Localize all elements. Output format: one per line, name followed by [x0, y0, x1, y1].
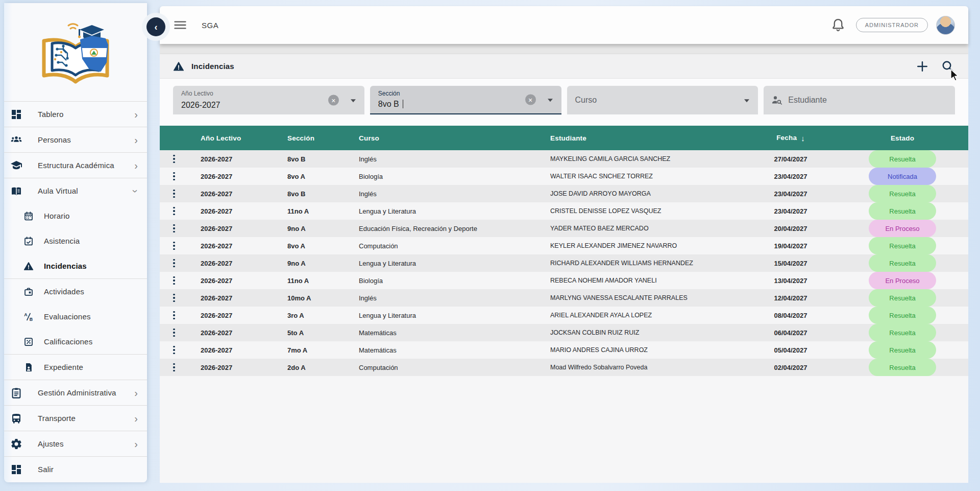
clear-seccion-button[interactable]: × [525, 95, 536, 105]
role-badge[interactable]: ADMINISTRADOR [856, 18, 928, 32]
filter-seccion-label: Sección [378, 90, 400, 97]
table-row: 2026-2027 9no A Educación Física, Recrea… [160, 220, 968, 237]
row-menu-button[interactable] [170, 309, 178, 322]
filter-estudiante[interactable]: Estudiante [764, 86, 955, 114]
filter-anio-label: Año Lectivo [181, 90, 213, 97]
sidebar-item-salir[interactable]: Salir [4, 457, 147, 482]
row-menu-button[interactable] [170, 188, 178, 200]
cell-curso: Biología [347, 277, 538, 285]
clipboard-icon [10, 387, 22, 399]
warning-icon [173, 61, 184, 72]
cell-fecha: 15/04/2027 [745, 260, 837, 267]
sidebar-item-personas[interactable]: Personas › [4, 127, 147, 152]
row-menu-button[interactable] [170, 205, 178, 218]
row-menu-button[interactable] [170, 257, 178, 270]
sidebar-item-estructura-academica[interactable]: Estructura Académica › [4, 153, 147, 178]
row-menu-button[interactable] [170, 361, 178, 374]
cell-anio-lectivo: 2026-2027 [188, 346, 275, 354]
menu-toggle-button[interactable] [173, 18, 187, 32]
sidebar-item-evaluaciones[interactable]: AB Evaluaciones [4, 304, 147, 329]
filter-estudiante-placeholder: Estudiante [788, 96, 827, 105]
filter-anio-lectivo[interactable]: Año Lectivo 2026-2027 × [173, 86, 364, 114]
sidebar-item-tablero[interactable]: Tablero › [4, 102, 147, 127]
table-row: 2026-2027 8vo A Computación KEYLER ALEXA… [160, 237, 968, 254]
kebab-menu-icon [173, 311, 175, 313]
sidebar-item-transporte[interactable]: Transporte › [4, 406, 147, 431]
sidebar-item-asistencia[interactable]: Asistencia [4, 228, 147, 253]
grading-icon: AB [23, 312, 34, 322]
row-menu-button[interactable] [170, 222, 178, 235]
row-menu-button[interactable] [170, 153, 178, 166]
filter-seccion-value: 8vo B [378, 100, 399, 108]
add-incident-button[interactable] [915, 59, 929, 74]
clear-anio-button[interactable]: × [328, 95, 339, 106]
kebab-menu-icon [173, 363, 175, 365]
book-icon [10, 185, 22, 197]
dropdown-caret-icon [548, 99, 553, 102]
col-header-seccion[interactable]: Sección [275, 134, 347, 142]
sidebar-item-calificaciones[interactable]: Calificaciones [4, 329, 147, 354]
sidebar-item-gestion-administrativa[interactable]: Gestión Administrativa › [4, 380, 147, 405]
cell-seccion: 8vo A [275, 173, 347, 180]
cell-anio-lectivo: 2026-2027 [188, 312, 275, 319]
col-header-anio-lectivo[interactable]: Año Lectivo [188, 134, 275, 142]
notifications-button[interactable] [830, 17, 846, 33]
status-badge: Resuelta [869, 359, 936, 376]
sidebar-item-aula-virtual[interactable]: Aula Virtual › [4, 178, 147, 203]
person-search-icon [771, 94, 783, 106]
col-header-estado[interactable]: Estado [837, 134, 968, 142]
row-menu-button[interactable] [170, 170, 178, 183]
sidebar-item-actividades[interactable]: Actividades [4, 279, 147, 304]
status-badge: En Proceso [869, 220, 936, 237]
chevron-right-icon: › [134, 413, 138, 424]
row-menu-button[interactable] [170, 292, 178, 305]
cell-curso: Inglés [347, 155, 538, 163]
row-menu-button[interactable] [170, 240, 178, 252]
sidebar-item-horario[interactable]: Horario [4, 203, 147, 228]
sort-desc-icon: ↓ [801, 134, 805, 143]
panel-header: Incidencias [160, 54, 968, 79]
table-row: 2026-2027 8vo A Biología WALTER ISAAC SN… [160, 168, 968, 185]
cell-fecha: 20/04/2027 [745, 225, 837, 232]
row-menu-button[interactable] [170, 274, 178, 287]
sidebar-item-ajustes[interactable]: Ajustes › [4, 431, 147, 456]
row-menu-button[interactable] [170, 344, 178, 357]
row-menu-button[interactable] [170, 326, 178, 339]
col-header-fecha[interactable]: Fecha ↓ [745, 134, 837, 143]
user-avatar[interactable] [936, 16, 955, 35]
col-header-estudiante[interactable]: Estudiante [538, 134, 745, 142]
filter-seccion[interactable]: Sección 8vo B × [370, 86, 561, 114]
cell-estudiante: MARLYNG VANESSA ESCALANTE PARRALES [538, 294, 745, 301]
sidebar-collapse-button[interactable]: ‹ [146, 17, 165, 36]
filter-curso[interactable]: Curso [567, 86, 758, 114]
cell-fecha: 23/04/2027 [745, 190, 837, 198]
cell-anio-lectivo: 2026-2027 [188, 173, 275, 180]
kebab-menu-icon [173, 172, 175, 174]
kebab-menu-icon [173, 259, 175, 261]
status-badge: Resuelta [869, 237, 936, 254]
app-logo [4, 3, 147, 101]
cell-curso: Computación [347, 364, 538, 371]
status-badge: En Proceso [869, 272, 936, 289]
cell-fecha: 02/04/2027 [745, 364, 837, 371]
sidebar-item-incidencias[interactable]: Incidencias [4, 253, 147, 278]
table-row: 2026-2027 11no A Lengua y Literatura CRI… [160, 202, 968, 220]
cell-estudiante: RICHARD ALEXANDER WILLIAMS HERNANDEZ [538, 260, 745, 267]
cell-curso: Biología [347, 173, 538, 180]
status-badge: Resuelta [869, 202, 936, 220]
document-person-icon [23, 362, 34, 372]
status-badge: Resuelta [869, 324, 936, 341]
status-badge: Resuelta [869, 289, 936, 307]
sidebar-item-expediente[interactable]: Expediente [4, 355, 147, 380]
status-badge: Resuelta [869, 150, 936, 168]
search-button[interactable] [941, 59, 955, 74]
cell-anio-lectivo: 2026-2027 [188, 155, 275, 163]
col-header-curso[interactable]: Curso [347, 134, 538, 142]
table-row: 2026-2027 8vo B Inglés MAYKELING CAMILA … [160, 150, 968, 168]
status-badge: Resuelta [869, 185, 936, 202]
calendar-check-icon [23, 236, 34, 246]
cell-seccion: 8vo B [275, 190, 347, 198]
cell-seccion: 3ro A [275, 312, 347, 319]
svg-text:A: A [24, 312, 28, 317]
kebab-menu-icon [173, 224, 175, 226]
